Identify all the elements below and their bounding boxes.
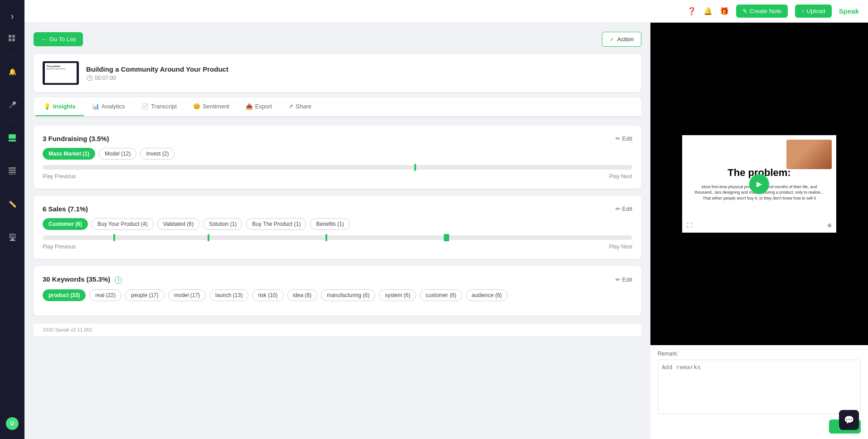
fundraising-edit-button[interactable]: ✏ Edit bbox=[616, 135, 632, 142]
tag-people[interactable]: people (17) bbox=[125, 289, 165, 301]
upload-icon: ↑ bbox=[801, 8, 805, 15]
action-label: Action bbox=[617, 36, 634, 43]
main-content: ❓ 🔔 🎁 ✎ Create Note ↑ Upload Speak ← Go … bbox=[24, 0, 868, 439]
left-panel: ← Go To List ✓ Action The problem Most f… bbox=[24, 23, 650, 439]
analytics-icon: 📊 bbox=[92, 103, 99, 110]
keywords-info-icon[interactable]: i bbox=[115, 277, 122, 284]
export-icon: 📤 bbox=[246, 103, 253, 110]
svg-rect-4 bbox=[9, 134, 16, 139]
sidebar-dots-3: ··· bbox=[10, 119, 15, 124]
keywords-edit-button[interactable]: ✏ Edit bbox=[616, 276, 632, 283]
tag-buy-the-product[interactable]: Buy The Product (1) bbox=[246, 218, 306, 230]
tab-sentiment[interactable]: 😊 Sentiment bbox=[185, 98, 238, 116]
tag-model[interactable]: model (17) bbox=[168, 289, 206, 301]
document-thumbnail: The problem Most first-time physical pro… bbox=[43, 61, 79, 85]
document-card: The problem Most first-time physical pro… bbox=[34, 54, 641, 92]
sales-marker-2 bbox=[208, 234, 209, 241]
sidebar: › ··· 🔔 ··· 🎤 ··· ··· ··· ✏️ ··· 🖥️ U bbox=[0, 0, 24, 439]
page-header: ← Go To List ✓ Action bbox=[34, 32, 641, 47]
sidebar-icon-mic[interactable]: 🎤 bbox=[5, 98, 19, 112]
svg-rect-0 bbox=[9, 35, 11, 38]
svg-rect-2 bbox=[9, 39, 11, 41]
tag-model[interactable]: Model (12) bbox=[99, 148, 136, 160]
tab-insights[interactable]: 💡 Insights bbox=[35, 98, 84, 116]
keywords-header: 30 Keywords (35.3%) i ✏ Edit bbox=[43, 275, 632, 284]
create-note-button[interactable]: ✎ Create Note bbox=[736, 5, 788, 18]
fundraising-marker-1 bbox=[414, 164, 416, 171]
sidebar-icon-card[interactable] bbox=[5, 131, 19, 145]
edit-icon-keywords: ✏ bbox=[616, 276, 621, 283]
svg-rect-7 bbox=[9, 170, 16, 171]
tag-mass-market[interactable]: Mass Market (1) bbox=[43, 148, 95, 160]
tag-system[interactable]: system (6) bbox=[379, 289, 416, 301]
fundraising-progress-bar bbox=[43, 165, 632, 170]
slide-progress-icon: ⊕ bbox=[827, 222, 832, 229]
sales-play-previous-button[interactable]: Play Previous bbox=[43, 244, 76, 250]
svg-rect-5 bbox=[9, 140, 16, 141]
svg-rect-1 bbox=[12, 35, 15, 38]
svg-rect-6 bbox=[9, 167, 16, 169]
gift-icon[interactable]: 🎁 bbox=[720, 7, 729, 15]
slide-toolbar: ⛶ bbox=[687, 221, 692, 229]
tag-benefits[interactable]: Benefits (1) bbox=[310, 218, 349, 230]
transcript-icon: 📄 bbox=[141, 103, 149, 110]
sidebar-expand-btn[interactable]: › bbox=[5, 9, 19, 23]
svg-rect-9 bbox=[9, 174, 16, 175]
fundraising-title: 3 Fundraising (3.5%) bbox=[43, 135, 109, 142]
go-to-list-button[interactable]: ← Go To List bbox=[34, 32, 83, 46]
sidebar-dots-5: ··· bbox=[10, 185, 15, 190]
sales-play-next-button[interactable]: Play Next bbox=[609, 244, 632, 250]
document-info: Building a Community Around Your Product… bbox=[86, 65, 632, 81]
slide-progress-area: ⊕ bbox=[827, 221, 832, 229]
footer-text: 2020 Speak v2.11.001 bbox=[43, 327, 92, 332]
webcam-overlay bbox=[786, 140, 832, 169]
chat-button[interactable]: 💬 bbox=[839, 410, 859, 430]
video-play-button[interactable]: ▶ bbox=[749, 174, 769, 194]
tag-invest[interactable]: Invest (2) bbox=[140, 148, 175, 160]
sidebar-dots-2: ··· bbox=[10, 86, 15, 91]
tag-product[interactable]: product (33) bbox=[43, 289, 86, 301]
sales-edit-button[interactable]: ✏ Edit bbox=[616, 205, 632, 212]
tag-solution[interactable]: Solution (1) bbox=[203, 218, 242, 230]
sidebar-dots-4: ··· bbox=[10, 152, 15, 157]
remark-label: Remark: bbox=[658, 351, 861, 357]
fundraising-play-next-button[interactable]: Play Next bbox=[609, 173, 632, 180]
tag-validated[interactable]: Validated (6) bbox=[157, 218, 199, 230]
sidebar-icon-list[interactable] bbox=[5, 164, 19, 178]
tab-share[interactable]: ↗ Share bbox=[280, 98, 320, 116]
notification-icon[interactable]: 🔔 bbox=[703, 7, 713, 15]
tag-manufacturing[interactable]: manufacturing (6) bbox=[321, 289, 375, 301]
document-title: Building a Community Around Your Product bbox=[86, 65, 632, 73]
right-panel: The problem: Most first-time physical pr… bbox=[650, 23, 868, 439]
tag-buy-your-product[interactable]: Buy Your Product (4) bbox=[92, 218, 154, 230]
sales-progress-bar bbox=[43, 235, 632, 240]
sidebar-icon-monitor[interactable]: 🖥️ bbox=[5, 230, 19, 244]
tab-transcript[interactable]: 📄 Transcript bbox=[133, 98, 185, 116]
tab-export[interactable]: 📤 Export bbox=[238, 98, 281, 116]
tag-customer[interactable]: customer (6) bbox=[420, 289, 462, 301]
action-button[interactable]: ✓ Action bbox=[602, 32, 641, 47]
svg-rect-8 bbox=[9, 172, 16, 173]
topbar: ❓ 🔔 🎁 ✎ Create Note ↑ Upload Speak bbox=[24, 0, 868, 23]
help-icon[interactable]: ❓ bbox=[687, 7, 696, 15]
sidebar-icon-grid[interactable] bbox=[5, 32, 19, 45]
sales-section: 6 Sales (7.1%) ✏ Edit Customer (6) Buy Y… bbox=[34, 196, 641, 259]
tag-customer[interactable]: Customer (6) bbox=[43, 218, 88, 230]
insights-icon: 💡 bbox=[44, 103, 51, 110]
tag-launch[interactable]: launch (13) bbox=[209, 289, 248, 301]
tag-risk[interactable]: risk (10) bbox=[252, 289, 283, 301]
upload-label: Upload bbox=[807, 8, 825, 15]
create-note-label: Create Note bbox=[750, 8, 781, 15]
tab-analytics[interactable]: 📊 Analytics bbox=[84, 98, 133, 116]
upload-button[interactable]: ↑ Upload bbox=[795, 5, 832, 18]
sidebar-user-avatar[interactable]: U bbox=[6, 417, 19, 430]
sentiment-icon: 😊 bbox=[193, 103, 200, 110]
tag-real[interactable]: real (22) bbox=[89, 289, 121, 301]
sidebar-icon-brush[interactable]: ✏️ bbox=[5, 197, 19, 211]
remark-textarea[interactable] bbox=[658, 360, 861, 414]
go-to-list-label: Go To List bbox=[49, 36, 76, 43]
fundraising-play-previous-button[interactable]: Play Previous bbox=[43, 173, 76, 180]
sidebar-icon-bell[interactable]: 🔔 bbox=[5, 65, 19, 78]
tag-audience[interactable]: audience (6) bbox=[466, 289, 508, 301]
tag-idea[interactable]: idea (8) bbox=[287, 289, 318, 301]
